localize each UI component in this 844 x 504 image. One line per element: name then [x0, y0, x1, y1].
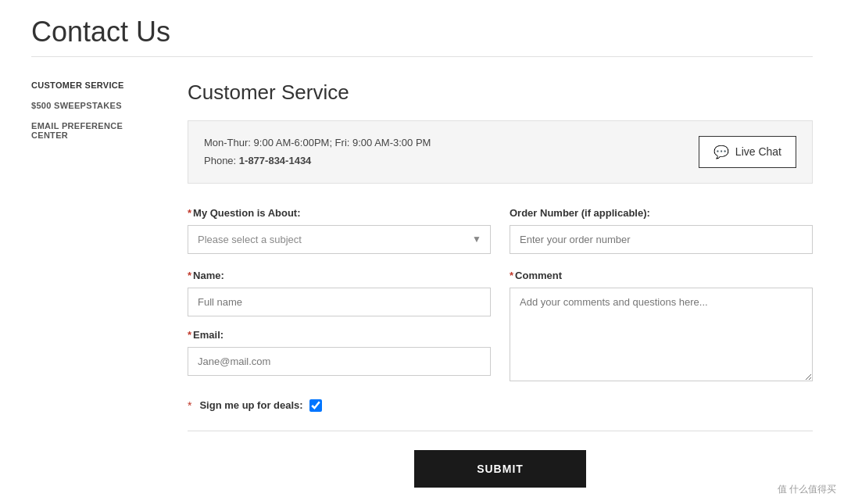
submit-button[interactable]: SUBMIT [414, 450, 586, 488]
required-star-subject: * [188, 207, 191, 219]
hours-text: Mon-Thur: 9:00 AM-6:00PM; Fri: 9:00 AM-3… [204, 134, 431, 152]
section-title: Customer Service [188, 80, 813, 105]
name-label: *Name: [188, 270, 491, 281]
order-input[interactable] [510, 225, 813, 254]
phone-label: Phone: [204, 155, 239, 166]
sidebar: CUSTOMER SERVICE $500 SWEEPSTAKES EMAIL … [31, 80, 156, 488]
subject-select[interactable]: Please select a subject [188, 225, 491, 254]
page-title: Contact Us [31, 16, 813, 57]
sidebar-item-sweepstakes[interactable]: $500 SWEEPSTAKES [31, 101, 156, 110]
email-label: *Email: [188, 329, 491, 341]
required-star-deals: * [188, 399, 191, 412]
phone-text: Phone: 1-877-834-1434 [204, 152, 431, 170]
comment-textarea[interactable] [510, 288, 813, 381]
submit-area: SUBMIT [188, 450, 813, 488]
page-wrapper: Contact Us CUSTOMER SERVICE $500 SWEEPST… [0, 0, 844, 504]
form-group-name-email: *Name: *Email: [188, 270, 491, 384]
name-input[interactable] [188, 288, 491, 316]
form-divider [188, 431, 813, 431]
sidebar-item-email-preference[interactable]: EMAIL PREFERENCE CENTER [31, 121, 156, 140]
required-star-name: * [188, 270, 191, 281]
form-group-comment: *Comment [510, 270, 813, 384]
subject-label: *My Question is About: [188, 207, 491, 219]
sidebar-item-customer-service[interactable]: CUSTOMER SERVICE [31, 80, 156, 90]
deals-checkbox[interactable] [309, 399, 322, 412]
deals-label: Sign me up for deals: [199, 399, 302, 411]
main-content: Customer Service Mon-Thur: 9:00 AM-6:00P… [188, 80, 813, 488]
contact-form: *My Question is About: Please select a s… [188, 207, 813, 412]
email-input[interactable] [188, 347, 491, 376]
form-group-email: *Email: [188, 329, 491, 376]
watermark: 值 什么值得买 [778, 483, 836, 496]
form-row-subject: *My Question is About: Please select a s… [188, 207, 813, 254]
info-text: Mon-Thur: 9:00 AM-6:00PM; Fri: 9:00 AM-3… [204, 134, 431, 170]
phone-number: 1-877-834-1434 [239, 155, 312, 166]
form-row-name-comment: *Name: *Email: *Comme [188, 270, 813, 384]
subject-select-wrapper: Please select a subject ▼ [188, 225, 491, 254]
form-group-order: Order Number (if applicable): [510, 207, 813, 254]
form-group-name: *Name: [188, 270, 491, 316]
content-area: CUSTOMER SERVICE $500 SWEEPSTAKES EMAIL … [31, 80, 813, 488]
comment-label: *Comment [510, 270, 813, 281]
live-chat-button[interactable]: 💬 Live Chat [699, 136, 796, 168]
order-label: Order Number (if applicable): [510, 207, 813, 219]
deals-checkbox-row: * Sign me up for deals: [188, 399, 813, 412]
info-bar: Mon-Thur: 9:00 AM-6:00PM; Fri: 9:00 AM-3… [188, 120, 813, 184]
chat-icon: 💬 [713, 145, 729, 159]
form-group-subject: *My Question is About: Please select a s… [188, 207, 491, 254]
required-star-email: * [188, 329, 191, 341]
required-star-comment: * [510, 270, 513, 281]
live-chat-label: Live Chat [735, 145, 781, 158]
